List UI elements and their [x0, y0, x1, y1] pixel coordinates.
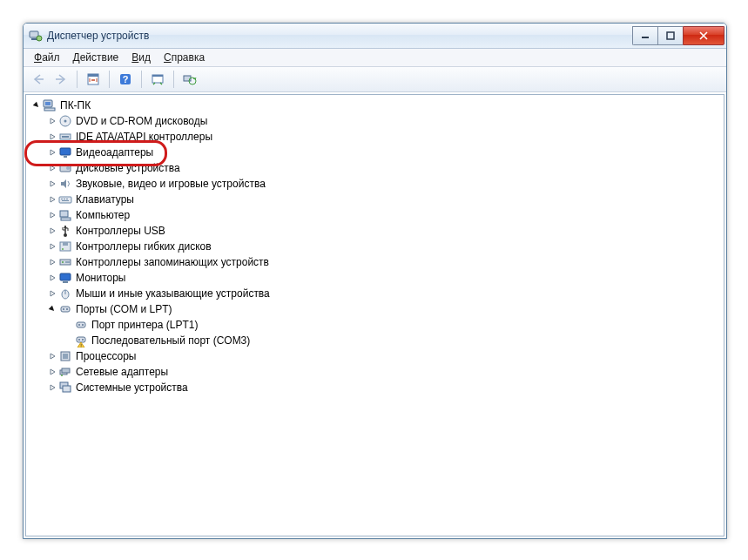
toolbar-help-button[interactable]: ?	[114, 68, 137, 91]
system-icon	[58, 381, 72, 395]
svg-rect-28	[62, 200, 69, 201]
expand-toggle-icon[interactable]	[47, 367, 57, 377]
tree-item[interactable]: Сетевые адаптеры	[28, 364, 724, 380]
svg-rect-1	[31, 38, 37, 40]
tree-item-label: Контроллеры запоминающих устройств	[76, 256, 269, 268]
tree-item-label: Системные устройства	[76, 381, 188, 394]
maximize-button[interactable]	[657, 26, 683, 45]
expand-toggle-icon[interactable]	[47, 382, 57, 393]
svg-point-42	[63, 308, 64, 310]
tree-item[interactable]: Контроллеры гибких дисков	[28, 239, 724, 254]
svg-point-45	[78, 324, 80, 326]
tree-item[interactable]: Процессоры	[28, 348, 724, 364]
menu-help[interactable]: Справка	[158, 51, 210, 64]
titlebar: Диспетчер устройств	[24, 24, 726, 49]
tree-item-label: Дисковые устройства	[76, 162, 180, 174]
svg-rect-10	[152, 75, 163, 77]
tree-item-label: Порты (COM и LPT)	[76, 303, 172, 315]
svg-point-48	[78, 339, 80, 341]
tree-item[interactable]: Видеоадаптеры	[28, 145, 724, 160]
svg-rect-30	[61, 218, 71, 220]
toolbar-back-button[interactable]	[27, 68, 50, 91]
toolbar-collapse-button[interactable]	[82, 68, 104, 91]
menu-file[interactable]: Файл	[29, 51, 65, 64]
menu-view[interactable]: Вид	[126, 51, 156, 64]
ide-icon	[58, 130, 72, 144]
tree-item[interactable]: Мониторы	[28, 270, 724, 286]
expand-toggle-icon[interactable]	[47, 351, 57, 361]
tree-item[interactable]: Мыши и иные указывающие устройства	[28, 286, 724, 301]
disc-icon	[58, 114, 72, 128]
svg-rect-26	[64, 199, 65, 199]
tree-item[interactable]: DVD и CD-ROM дисководы	[28, 113, 724, 129]
minimize-button[interactable]	[632, 26, 657, 45]
tree-root[interactable]: ПК-ПК	[28, 98, 724, 113]
app-icon	[29, 29, 43, 43]
close-button[interactable]	[683, 26, 724, 45]
expand-toggle-icon[interactable]	[47, 116, 57, 126]
svg-rect-20	[60, 148, 71, 155]
expand-toggle-icon[interactable]	[47, 226, 57, 236]
svg-rect-39	[63, 281, 68, 283]
svg-rect-41	[61, 307, 70, 312]
port-icon	[74, 318, 88, 332]
expand-toggle-icon[interactable]	[47, 147, 57, 158]
tree-item-label: Клавиатуры	[76, 193, 134, 206]
svg-rect-21	[64, 156, 67, 158]
tree-item[interactable]: Контроллеры USB	[28, 223, 724, 239]
menu-action[interactable]: Действие	[68, 51, 125, 64]
svg-point-46	[82, 324, 84, 326]
expand-toggle-icon[interactable]	[47, 304, 57, 314]
expand-toggle-icon[interactable]	[47, 241, 57, 252]
expand-toggle-icon[interactable]	[47, 273, 57, 283]
svg-point-17	[64, 120, 67, 123]
svg-rect-3	[642, 37, 649, 38]
svg-rect-33	[63, 242, 68, 246]
computer-icon	[58, 208, 72, 222]
menu-bar: Файл Действие Вид Справка	[24, 49, 726, 67]
expand-toggle-icon[interactable]	[47, 194, 57, 205]
svg-rect-44	[77, 322, 85, 327]
toolbar-scan-button[interactable]	[146, 68, 169, 91]
tree-root-label: ПК-ПК	[60, 99, 91, 111]
tree-item[interactable]: Компьютер	[28, 207, 724, 223]
expand-toggle-icon[interactable]	[47, 163, 57, 173]
disk-icon	[58, 161, 72, 175]
tree-item[interactable]: Порты (COM и LPT)	[28, 301, 724, 317]
device-tree[interactable]: ПК-ПКDVD и CD-ROM дисководыIDE ATA/ATAPI…	[25, 94, 724, 536]
expand-toggle-icon[interactable]	[47, 257, 57, 267]
expand-toggle-icon[interactable]	[47, 132, 57, 142]
tree-item[interactable]: Порт принтера (LPT1)	[28, 317, 724, 333]
svg-rect-6	[88, 74, 98, 77]
expand-toggle-icon[interactable]	[47, 179, 57, 189]
svg-point-23	[66, 166, 70, 170]
tree-item-label: Мониторы	[76, 272, 125, 284]
svg-point-43	[66, 308, 68, 310]
svg-point-36	[62, 261, 64, 263]
svg-point-49	[82, 339, 84, 341]
toolbar-refresh-button[interactable]	[179, 68, 201, 91]
window-control-buttons	[632, 27, 724, 44]
tree-item[interactable]: Звуковые, видео и игровые устройства	[28, 176, 724, 192]
tree-item-label: Порт принтера (LPT1)	[91, 319, 198, 331]
svg-point-34	[62, 248, 64, 250]
computer-icon	[43, 98, 57, 112]
tree-item-label: Последовательный порт (COM3)	[91, 334, 250, 347]
storage-icon	[58, 255, 72, 269]
toolbar-forward-button[interactable]	[50, 68, 72, 91]
port-icon	[58, 302, 72, 316]
tree-item[interactable]: Контроллеры запоминающих устройств	[28, 254, 724, 270]
expand-toggle-icon[interactable]	[47, 210, 57, 220]
svg-point-31	[64, 233, 67, 237]
tree-item[interactable]: Клавиатуры	[28, 192, 724, 207]
svg-rect-52	[63, 354, 68, 359]
tree-item[interactable]: IDE ATA/ATAPI контроллеры	[28, 129, 724, 145]
tree-item[interactable]: Системные устройства	[28, 380, 724, 395]
tree-item[interactable]: !Последовательный порт (COM3)	[28, 333, 724, 348]
tree-item-label: Контроллеры гибких дисков	[76, 240, 212, 253]
svg-rect-4	[667, 32, 674, 39]
expand-toggle-icon[interactable]	[31, 100, 42, 111]
tree-item[interactable]: Дисковые устройства	[28, 160, 724, 176]
expand-toggle-icon[interactable]	[47, 288, 57, 299]
network-icon	[58, 365, 72, 379]
